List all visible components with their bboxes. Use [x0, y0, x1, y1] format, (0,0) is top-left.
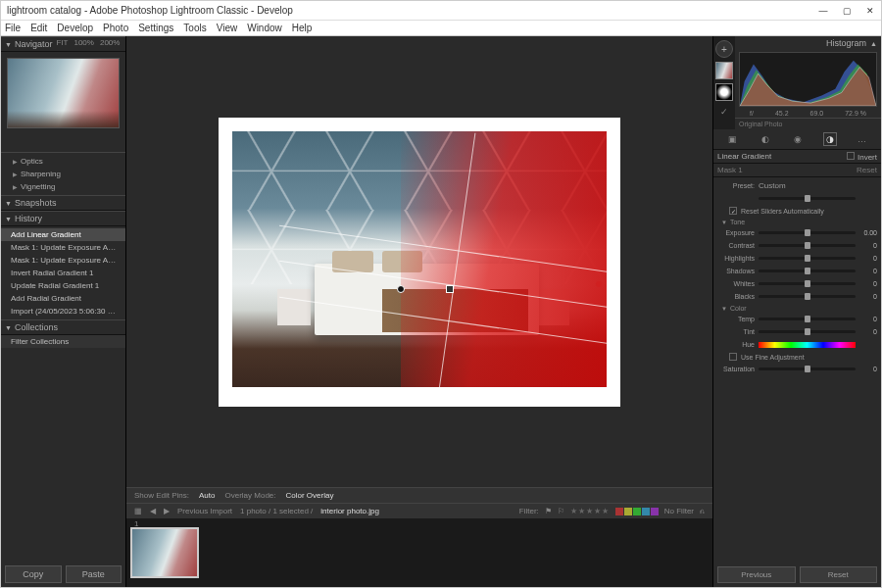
menu-window[interactable]: Window — [247, 23, 282, 33]
menu-tools[interactable]: Tools — [183, 23, 206, 33]
center-area: Show Edit Pins: Auto Overlay Mode: Color… — [126, 36, 712, 587]
reset-auto-checkbox[interactable]: ✓ — [729, 207, 737, 215]
tone-slider[interactable] — [759, 244, 856, 247]
paste-button[interactable]: Paste — [66, 565, 122, 583]
heal-tool-icon[interactable]: ◐ — [759, 132, 772, 146]
close-icon[interactable]: ✕ — [865, 6, 875, 16]
mask-thumb[interactable] — [715, 83, 733, 101]
photo-preview[interactable] — [219, 118, 620, 407]
hue-slider[interactable] — [759, 342, 856, 348]
reset-auto-label: Reset Sliders Automatically — [741, 208, 824, 215]
color-section[interactable]: Color — [730, 305, 747, 312]
thumb-index: 1 — [134, 519, 138, 528]
fine-adj-checkbox[interactable] — [729, 353, 737, 361]
gradient-pin[interactable] — [446, 285, 454, 293]
navigator-thumbnail[interactable] — [7, 58, 120, 128]
crop-tool-icon[interactable]: ▣ — [726, 132, 740, 146]
zoom-100[interactable]: 100% — [74, 38, 93, 50]
reset-button[interactable]: Reset — [800, 566, 878, 583]
filter-collections[interactable]: Filter Collections — [1, 335, 125, 348]
color-label-filter[interactable] — [615, 508, 659, 515]
saturation-slider[interactable] — [759, 368, 856, 370]
mask-name[interactable]: Mask 1 — [717, 166, 743, 174]
menu-photo[interactable]: Photo — [103, 23, 128, 33]
tone-label: Highlights — [717, 255, 755, 262]
overlay-mode-value[interactable]: Color Overlay — [286, 491, 334, 500]
color-label: Tint — [717, 328, 755, 335]
history-item[interactable]: Mask 1: Update Exposure Adjustment — [1, 254, 125, 267]
history-header[interactable]: ▼History — [1, 211, 125, 226]
show-edit-pins-value[interactable]: Auto — [199, 491, 215, 500]
collapse-icon[interactable]: ▲ — [870, 40, 877, 47]
tone-section[interactable]: Tone — [730, 219, 745, 225]
menu-file[interactable]: File — [5, 23, 21, 33]
history-item[interactable]: Update Radial Gradient 1 — [1, 279, 125, 292]
collections-header[interactable]: ▼Collections — [1, 319, 125, 335]
menu-help[interactable]: Help — [292, 23, 313, 33]
history-item[interactable]: Invert Radial Gradient 1 — [1, 267, 125, 279]
maximize-icon[interactable]: ▢ — [842, 6, 852, 16]
filmstrip[interactable]: 1 — [126, 518, 712, 587]
grid-icon[interactable]: ▦ — [134, 507, 142, 515]
filename: interior photo.jpg — [320, 507, 379, 515]
rating-filter[interactable]: ★★★★★ — [570, 507, 610, 515]
invert-label: Invert — [858, 153, 877, 162]
filter-lock-icon[interactable]: ⎌ — [700, 507, 705, 515]
color-slider[interactable] — [759, 318, 856, 320]
canvas[interactable] — [126, 36, 712, 487]
history-item[interactable]: Import (24/05/2023 5:06:30 PM) — [1, 305, 125, 318]
panel-optics[interactable]: ▶Optics — [1, 155, 125, 168]
amount-slider[interactable] — [759, 197, 856, 200]
histogram-info: f/ 45.2 69.0 72.9 % — [735, 109, 881, 118]
nav-prev-icon[interactable]: ◀ — [150, 507, 156, 515]
color-slider[interactable] — [759, 330, 856, 333]
zoom-fit[interactable]: FIT — [56, 38, 68, 50]
snapshots-header[interactable]: ▼Snapshots — [1, 195, 125, 211]
original-photo-label: Original Photo — [735, 118, 881, 129]
masking-tool-icon[interactable]: ◑ — [823, 132, 837, 146]
more-icon[interactable]: … — [856, 132, 869, 146]
histogram[interactable] — [739, 52, 877, 107]
hue-label: Hue — [717, 341, 755, 348]
preset-label: Preset: — [717, 182, 755, 189]
panel-vignetting[interactable]: ▶Vignetting — [1, 180, 125, 193]
menu-settings[interactable]: Settings — [138, 23, 173, 33]
gradient-handle[interactable] — [596, 281, 602, 287]
redeye-tool-icon[interactable]: ◉ — [791, 132, 805, 146]
copy-button[interactable]: Copy — [5, 565, 62, 583]
tone-slider[interactable] — [759, 231, 856, 234]
tone-slider[interactable] — [759, 270, 856, 272]
tone-slider[interactable] — [759, 257, 856, 260]
menu-view[interactable]: View — [217, 23, 238, 33]
tone-slider[interactable] — [759, 282, 856, 285]
navigator-header[interactable]: ▼ Navigator FIT 100% 200% — [1, 36, 125, 52]
previous-button[interactable]: Previous — [717, 566, 796, 583]
filmstrip-thumb[interactable]: 1 — [130, 527, 199, 578]
flag-filter-icon[interactable]: ⚑ — [545, 507, 552, 515]
mask-thumb[interactable] — [715, 62, 733, 79]
preset-value[interactable]: Custom — [759, 181, 877, 190]
tone-slider[interactable] — [759, 295, 856, 298]
saturation-label: Saturation — [717, 366, 755, 372]
history-item[interactable]: Add Linear Gradient — [1, 228, 125, 241]
no-filter[interactable]: No Filter — [664, 507, 694, 515]
tool-strip: ▣ ◐ ◉ ◑ … — [713, 129, 881, 150]
zoom-200[interactable]: 200% — [100, 38, 120, 50]
invert-checkbox[interactable] — [847, 152, 855, 160]
history-item[interactable]: Mask 1: Update Exposure Adjustment — [1, 241, 125, 254]
minimize-icon[interactable]: — — [818, 6, 828, 16]
history-item[interactable]: Add Radial Gradient — [1, 292, 125, 305]
source-label[interactable]: Previous Import — [177, 507, 232, 515]
flag-filter-icon[interactable]: ⚐ — [558, 507, 564, 515]
history-list: Add Linear Gradient Mask 1: Update Expos… — [1, 226, 125, 319]
menu-develop[interactable]: Develop — [57, 23, 93, 33]
panel-sharpening[interactable]: ▶Sharpening — [1, 168, 125, 180]
mask-visible-icon[interactable]: ✓ — [720, 107, 728, 117]
right-panel: + ✓ Histogram ▲ — [712, 36, 881, 587]
titlebar: lightroom catalog - Adobe Photoshop Ligh… — [1, 1, 881, 21]
nav-next-icon[interactable]: ▶ — [164, 507, 170, 515]
photo-count: 1 photo / 1 selected / — [240, 507, 313, 515]
menu-edit[interactable]: Edit — [30, 23, 47, 33]
mask-reset[interactable]: Reset — [857, 166, 877, 174]
add-mask-icon[interactable]: + — [715, 40, 733, 58]
